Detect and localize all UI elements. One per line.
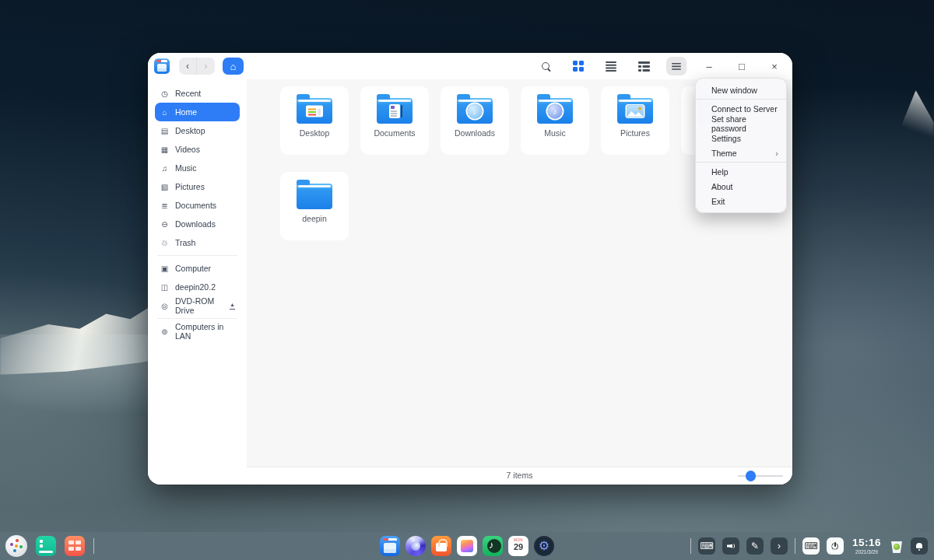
speaker-icon	[727, 542, 735, 550]
dvd-icon: ◎	[160, 302, 170, 310]
minimize-icon: –	[706, 61, 711, 72]
sidebar-item-pictures[interactable]: ▧Pictures	[155, 177, 240, 196]
sidebar-item-label: Computers in LAN	[175, 322, 235, 341]
nav-buttons: ‹ ›	[179, 58, 215, 75]
icon-size-slider[interactable]	[738, 475, 783, 477]
deepin-folder-icon	[297, 184, 332, 209]
folder-card-music[interactable]: ♪ Music	[521, 86, 589, 155]
sidebar-item-label: DVD-ROM Drive	[175, 296, 224, 315]
lan-icon: ⊚	[160, 327, 170, 336]
folder-card-downloads[interactable]: ↓ Downloads	[441, 86, 509, 155]
file-manager-app-icon	[154, 58, 170, 74]
desktop-folder-icon	[297, 98, 332, 124]
downloads-icon: ⊖	[160, 220, 170, 229]
trash-icon: ♲	[160, 239, 170, 247]
sidebar-item-label: Documents	[175, 201, 216, 210]
documents-folder-icon	[377, 98, 413, 124]
sidebar-item-label: Recent	[175, 89, 201, 98]
search-button[interactable]	[535, 57, 556, 75]
menu-item-label: Exit	[711, 197, 725, 206]
grid-view-icon	[573, 61, 584, 72]
slider-handle[interactable]	[746, 471, 756, 481]
menu-item-exit[interactable]: Exit	[696, 194, 786, 208]
menu-item-about[interactable]: About	[696, 179, 786, 194]
dock-control-center-icon[interactable]	[534, 536, 554, 556]
folder-card-documents[interactable]: Documents	[360, 86, 429, 155]
disk-icon: ◫	[160, 283, 170, 292]
menu-item-new-window[interactable]: New window	[696, 82, 786, 97]
window-menu-button[interactable]	[666, 57, 686, 75]
home-button[interactable]: ⌂	[223, 58, 244, 75]
folder-card-pictures[interactable]: Pictures	[601, 86, 669, 155]
trash-dock-icon[interactable]	[890, 538, 904, 554]
computer-icon: ▣	[160, 264, 170, 273]
input-method-button[interactable]: ⌨	[698, 537, 715, 555]
maximize-button[interactable]: □	[732, 57, 752, 75]
multitasking-view-icon[interactable]	[65, 536, 85, 556]
menu-item-label: Settings	[711, 134, 741, 143]
dock-app-store-icon[interactable]	[431, 536, 451, 556]
dock-browser-icon[interactable]	[406, 536, 426, 556]
dock-calendar-icon[interactable]: MON 29	[508, 536, 528, 556]
menu-separator	[696, 99, 786, 100]
network-button[interactable]: ✎	[746, 537, 764, 555]
back-button[interactable]: ‹	[179, 58, 197, 75]
volume-button[interactable]	[722, 537, 739, 555]
tray-expand-button[interactable]: ›	[771, 537, 788, 555]
sidebar-item-deepin-disk[interactable]: ◫deepin20.2	[155, 278, 240, 296]
onscreen-keyboard-button[interactable]: ⌨	[802, 537, 820, 555]
file-manager-window: ‹ › ⌂ – □ × ◷Recent ⌂Home	[148, 53, 792, 485]
power-icon	[830, 542, 839, 551]
folder-name: Desktop	[300, 128, 330, 138]
dock-photos-icon[interactable]	[457, 536, 477, 556]
shutdown-button[interactable]	[827, 537, 844, 555]
detail-view-button[interactable]	[634, 57, 654, 75]
sidebar-item-dvd-drive[interactable]: ◎DVD-ROM Drive▴	[155, 296, 240, 315]
dock: MON 29 ⌨ ✎ › ⌨ 15:16 2021/3/29	[0, 532, 934, 560]
dock-separator	[690, 538, 691, 554]
menu-item-settings[interactable]: Settings	[696, 131, 786, 145]
show-desktop-icon[interactable]	[36, 536, 56, 556]
notification-center-button[interactable]	[911, 537, 928, 555]
minimize-button[interactable]: –	[699, 57, 719, 75]
music-icon: ♫	[160, 164, 170, 173]
folder-name: Pictures	[620, 128, 650, 138]
folder-card-desktop[interactable]: Desktop	[280, 86, 349, 155]
documents-icon: ≣	[160, 201, 170, 210]
sidebar-item-computer[interactable]: ▣Computer	[155, 259, 240, 278]
forward-button[interactable]: ›	[197, 58, 215, 75]
titlebar[interactable]: ‹ › ⌂ – □ ×	[148, 53, 792, 79]
menu-item-label: New window	[711, 86, 757, 95]
sidebar-item-documents[interactable]: ≣Documents	[155, 196, 240, 215]
menu-item-theme[interactable]: Theme›	[696, 145, 786, 160]
menu-item-set-share-password[interactable]: Set share password	[696, 116, 786, 131]
dock-music-icon[interactable]	[483, 536, 503, 556]
sidebar-item-recent[interactable]: ◷Recent	[155, 84, 240, 103]
videos-icon: ▦	[160, 145, 170, 154]
folder-name: Music	[544, 128, 565, 138]
sidebar-item-trash[interactable]: ♲Trash	[155, 233, 240, 252]
menu-separator	[696, 162, 786, 163]
grid-view-button[interactable]	[568, 57, 588, 75]
sidebar-item-desktop[interactable]: ▤Desktop	[155, 121, 240, 140]
dock-file-manager-icon[interactable]	[380, 536, 400, 556]
status-bar: 7 items	[247, 467, 792, 485]
downloads-folder-icon: ↓	[457, 98, 493, 124]
menu-item-help[interactable]: Help	[696, 164, 786, 179]
search-icon	[542, 62, 550, 71]
sidebar-item-computers-in-lan[interactable]: ⊚Computers in LAN	[155, 322, 240, 341]
sidebar-item-music[interactable]: ♫Music	[155, 159, 240, 177]
folder-card-deepin[interactable]: deepin	[280, 172, 349, 240]
sidebar-item-label: Desktop	[175, 126, 205, 135]
launcher-icon[interactable]	[5, 535, 27, 557]
music-folder-icon: ♪	[537, 98, 573, 124]
sidebar-item-downloads[interactable]: ⊖Downloads	[155, 215, 240, 233]
maximize-icon: □	[739, 61, 745, 72]
sidebar-item-videos[interactable]: ▦Videos	[155, 140, 240, 159]
clock[interactable]: 15:16 2021/3/29	[852, 537, 881, 555]
eject-icon[interactable]: ▴	[230, 302, 235, 310]
wallpaper-peak	[894, 90, 934, 145]
list-view-button[interactable]	[601, 57, 621, 75]
close-button[interactable]: ×	[764, 57, 785, 75]
sidebar-item-home[interactable]: ⌂Home	[155, 103, 240, 121]
